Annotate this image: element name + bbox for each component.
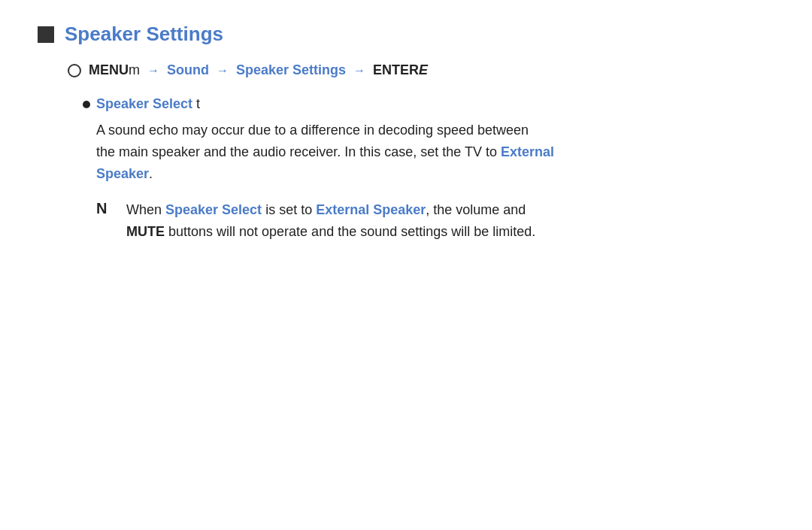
bullet-body-line1: A sound echo may occur due to a differen… bbox=[96, 123, 529, 138]
menu-path-speaker-settings: Speaker Settings bbox=[236, 62, 346, 78]
menu-arrow-1: → bbox=[147, 64, 159, 77]
bullet-header: Speaker Select t bbox=[83, 96, 774, 112]
note-section: N When Speaker Select is set to External… bbox=[96, 199, 774, 243]
menu-path-menu: MENUm bbox=[89, 62, 140, 78]
note-text-prefix: When bbox=[126, 202, 165, 217]
bullet-body-suffix: . bbox=[149, 166, 153, 181]
note-body: When Speaker Select is set to External S… bbox=[126, 199, 535, 243]
note-mute-label: MUTE bbox=[126, 224, 165, 239]
bullet-body-line2: the main speaker and the audio receiver.… bbox=[96, 144, 497, 159]
bullet-body: A sound echo may occur due to a differen… bbox=[96, 120, 774, 184]
section-title: Speaker Settings bbox=[65, 23, 223, 46]
bullet-title-suffix: t bbox=[192, 96, 200, 111]
menu-path: MENUm → Sound → Speaker Settings → ENTER… bbox=[68, 62, 774, 78]
bullet-dot-icon bbox=[83, 101, 90, 108]
page-container: Speaker Settings MENUm → Sound → Speaker… bbox=[0, 0, 812, 265]
bullet-section: Speaker Select t A sound echo may occur … bbox=[83, 96, 774, 184]
section-header: Speaker Settings bbox=[38, 23, 774, 46]
menu-path-enter: ENTERE bbox=[373, 62, 428, 78]
note-text-line2-rest: buttons will not operate and the sound s… bbox=[165, 224, 535, 239]
speaker-select-label: Speaker Select bbox=[96, 96, 192, 111]
section-square-icon bbox=[38, 26, 54, 43]
menu-arrow-3: → bbox=[353, 64, 365, 77]
note-text-after: , the volume and bbox=[426, 202, 526, 217]
note-external-speaker: External Speaker bbox=[316, 202, 426, 217]
bullet-title: Speaker Select t bbox=[96, 96, 200, 112]
menu-path-sound: Sound bbox=[167, 62, 209, 78]
menu-arrow-2: → bbox=[217, 64, 229, 77]
note-letter: N bbox=[96, 200, 111, 217]
menu-path-circle-icon bbox=[68, 64, 81, 77]
note-text-middle: is set to bbox=[262, 202, 316, 217]
note-speaker-select: Speaker Select bbox=[165, 202, 262, 217]
